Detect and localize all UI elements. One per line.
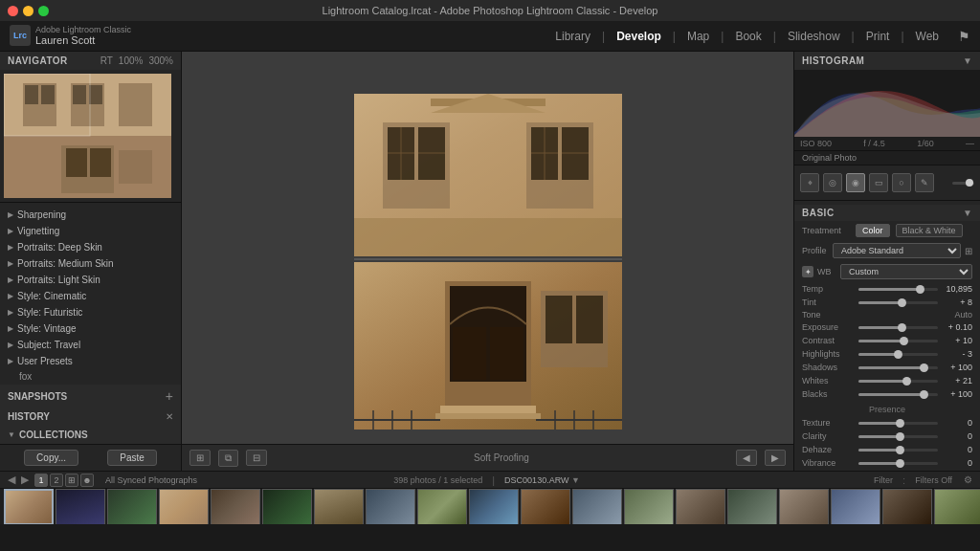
zoom-rt[interactable]: RT [100, 55, 113, 66]
filmstrip-thumb-14[interactable] [676, 489, 725, 524]
filmstrip-thumb-1[interactable] [4, 489, 54, 524]
profile-options-icon[interactable]: ⊞ [965, 246, 972, 256]
minimize-button[interactable] [23, 6, 33, 16]
shadows-slider[interactable] [858, 366, 938, 369]
preset-group-portraits-light-header[interactable]: ▶ Portraits: Light Skin [0, 272, 181, 288]
snapshots-add-button[interactable]: + [166, 388, 173, 404]
navigator-header[interactable]: Navigator RT 100% 300% [0, 52, 181, 70]
preset-group-portraits-medium-header[interactable]: ▶ Portraits: Medium Skin [0, 255, 181, 272]
page-2-button[interactable]: 2 [50, 474, 63, 487]
filmstrip-thumb-9[interactable] [417, 489, 467, 524]
filmstrip-thumb-7[interactable] [314, 489, 364, 524]
crop-tool[interactable]: ⌖ [800, 173, 819, 192]
filmstrip-thumb-13[interactable] [624, 489, 674, 524]
contrast-slider[interactable] [858, 340, 938, 342]
filmstrip-thumb-8[interactable] [366, 489, 415, 524]
preset-group-subject-travel-header[interactable]: ▶ Subject: Travel [0, 337, 181, 353]
filmstrip-settings-icon[interactable]: ⚙ [964, 474, 972, 485]
highlights-handle[interactable] [894, 350, 902, 359]
nav-slideshow[interactable]: Slideshow [780, 28, 848, 45]
filmstrip-dropdown-icon[interactable]: ▼ [571, 475, 580, 485]
filmstrip-thumb-2[interactable] [56, 489, 105, 524]
histogram-expand-icon[interactable]: ▼ [963, 55, 972, 66]
view-survey-button[interactable]: ⊟ [246, 450, 267, 466]
profile-select[interactable]: Adobe Standard [833, 243, 961, 258]
tint-handle[interactable] [898, 298, 906, 307]
blacks-handle[interactable] [920, 390, 928, 399]
nav-map[interactable]: Map [679, 28, 717, 45]
red-eye-tool[interactable]: ◉ [846, 173, 865, 192]
nav-book[interactable]: Book [727, 28, 768, 45]
preset-group-style-futuristic-header[interactable]: ▶ Style: Futuristic [0, 304, 181, 320]
preset-group-style-cinematic-header[interactable]: ▶ Style: Cinematic [0, 288, 181, 304]
filmstrip-thumb-6[interactable] [262, 489, 312, 524]
nav-extra-icon[interactable]: ⚑ [958, 29, 970, 44]
blacks-slider[interactable] [858, 393, 938, 396]
dehaze-slider[interactable] [858, 449, 938, 452]
nav-develop[interactable]: Develop [609, 28, 669, 45]
maximize-button[interactable] [38, 6, 49, 16]
filmstrip-thumb-10[interactable] [469, 489, 519, 524]
whites-slider[interactable] [858, 380, 938, 383]
texture-handle[interactable] [896, 419, 904, 428]
filmstrip-thumb-3[interactable] [107, 489, 157, 524]
page-1-button[interactable]: 1 [34, 474, 48, 487]
highlights-slider[interactable] [858, 353, 938, 356]
graduated-filter-tool[interactable]: ▭ [869, 173, 888, 192]
filmstrip-thumb-11[interactable] [521, 489, 570, 524]
close-button[interactable] [8, 6, 18, 16]
nav-library[interactable]: Library [547, 28, 598, 45]
vibrance-slider[interactable] [858, 462, 938, 465]
preset-group-sharpening-header[interactable]: ▶ Sharpening [0, 207, 181, 223]
bw-button[interactable]: Black & White [896, 224, 963, 237]
dehaze-handle[interactable] [896, 446, 904, 454]
shadows-handle[interactable] [920, 364, 928, 372]
whites-handle[interactable] [902, 377, 911, 386]
filmstrip-thumb-4[interactable] [159, 489, 209, 524]
nav-print[interactable]: Print [858, 28, 898, 45]
nav-web[interactable]: Web [908, 28, 947, 45]
texture-slider[interactable] [858, 422, 938, 425]
zoom-100[interactable]: 100% [119, 55, 144, 66]
wb-eyedropper-icon[interactable]: ✦ [802, 266, 813, 277]
filmstrip-forward-button[interactable]: ▶ [21, 474, 29, 486]
filmstrip-thumb-12[interactable] [572, 489, 622, 524]
preset-group-user-header[interactable]: ▶ User Presets [0, 353, 181, 369]
contrast-handle[interactable] [900, 337, 908, 345]
prev-photo-button[interactable]: ◀ [736, 450, 757, 466]
filmstrip-thumb-16[interactable] [779, 489, 829, 524]
adjustment-brush-tool[interactable]: ✎ [915, 173, 934, 192]
temp-slider[interactable] [858, 288, 938, 291]
filmstrip-thumb-5[interactable] [211, 489, 260, 524]
filmstrip-thumb-19[interactable] [934, 489, 980, 524]
paste-button[interactable]: Paste [107, 450, 157, 466]
view-grid-button[interactable]: ⊞ [189, 450, 211, 466]
filmstrip-thumb-15[interactable] [727, 489, 777, 524]
temp-handle[interactable] [916, 285, 924, 294]
color-button[interactable]: Color [856, 224, 890, 237]
filmstrip-thumb-17[interactable] [831, 489, 880, 524]
zoom-300[interactable]: 300% [148, 55, 173, 66]
clarity-handle[interactable] [896, 432, 904, 441]
view-compare-button[interactable]: ⧉ [218, 450, 238, 467]
wb-select[interactable]: Custom [840, 264, 972, 279]
next-photo-button[interactable]: ▶ [765, 450, 786, 466]
exposure-slider[interactable] [858, 326, 938, 329]
clarity-slider[interactable] [858, 435, 938, 438]
grid-view-button[interactable]: ⊞ [65, 474, 78, 487]
spot-removal-tool[interactable]: ◎ [823, 173, 842, 192]
exposure-handle[interactable] [898, 323, 906, 332]
history-clear[interactable]: ✕ [166, 411, 173, 422]
person-view-button[interactable]: ☻ [80, 474, 94, 487]
copy-button[interactable]: Copy... [24, 450, 78, 466]
preset-group-vignetting-header[interactable]: ▶ Vignetting [0, 223, 181, 239]
filmstrip-thumb-18[interactable] [882, 489, 932, 524]
mini-slider-track[interactable] [952, 182, 974, 185]
tint-slider[interactable] [858, 301, 938, 304]
preset-group-portraits-deep-header[interactable]: ▶ Portraits: Deep Skin [0, 239, 181, 255]
preset-group-style-vintage-header[interactable]: ▶ Style: Vintage [0, 320, 181, 337]
vibrance-handle[interactable] [896, 459, 904, 468]
basic-panel-header[interactable]: Basic ▼ [794, 205, 980, 221]
radial-filter-tool[interactable]: ○ [892, 173, 911, 192]
preset-item-fox[interactable]: fox [0, 369, 181, 384]
